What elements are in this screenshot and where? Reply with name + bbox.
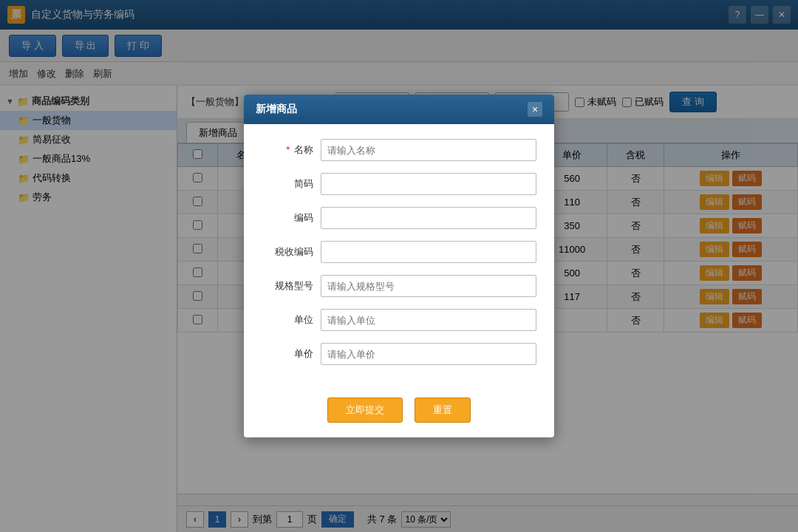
shortcode-label: 简码 [262, 177, 321, 191]
taxcode-input[interactable] [321, 241, 536, 263]
unit-label: 单位 [262, 313, 321, 327]
modal-close-button[interactable]: × [528, 102, 542, 117]
modal-footer: 立即提交 重置 [244, 392, 554, 437]
spec-label: 规格型号 [262, 279, 321, 293]
reset-button[interactable]: 重置 [415, 398, 471, 423]
unit-input[interactable] [321, 309, 536, 331]
modal-body: * 名称 简码 编码 税收编码 [244, 124, 554, 392]
name-label: * 名称 [262, 143, 321, 157]
form-row-shortcode: 简码 [262, 173, 536, 195]
modal-title: 新增商品 [256, 103, 528, 116]
form-row-price: 单价 [262, 343, 536, 365]
spec-input[interactable] [321, 275, 536, 297]
form-row-code: 编码 [262, 207, 536, 229]
modal-overlay: 新增商品 × * 名称 简码 编码 [0, 0, 798, 532]
modal-header: 新增商品 × [244, 95, 554, 124]
shortcode-input[interactable] [321, 173, 536, 195]
code-label: 编码 [262, 211, 321, 225]
new-goods-modal: 新增商品 × * 名称 简码 编码 [244, 95, 554, 437]
price-label: 单价 [262, 347, 321, 361]
form-row-taxcode: 税收编码 [262, 241, 536, 263]
taxcode-label: 税收编码 [262, 245, 321, 259]
form-row-name: * 名称 [262, 139, 536, 161]
required-star: * [286, 144, 290, 155]
form-row-spec: 规格型号 [262, 275, 536, 297]
submit-button[interactable]: 立即提交 [327, 398, 403, 423]
code-input[interactable] [321, 207, 536, 229]
name-input[interactable] [321, 139, 536, 161]
price-input[interactable] [321, 343, 536, 365]
form-row-unit: 单位 [262, 309, 536, 331]
